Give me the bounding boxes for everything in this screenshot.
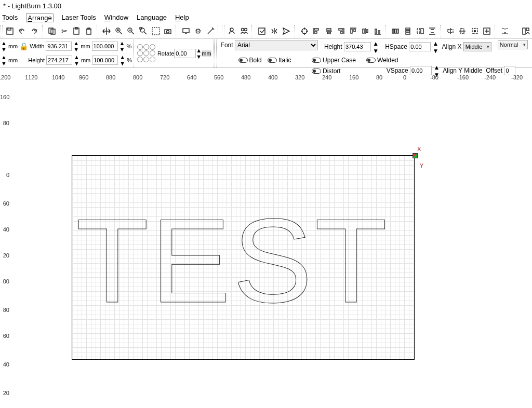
- save-icon[interactable]: [4, 25, 16, 37]
- toolbar-handle-2[interactable]: [222, 25, 224, 37]
- ypos-spinner[interactable]: ▲▼: [1, 54, 7, 66]
- menu-bar: Tools Arrange Laser Tools Window Languag…: [0, 12, 532, 24]
- aligny-select[interactable]: Middle: [464, 67, 482, 74]
- zoom-sel-icon[interactable]: [150, 25, 162, 37]
- width-pct-spinner[interactable]: ▲▼: [119, 40, 125, 52]
- align-hcenter-icon[interactable]: [360, 25, 371, 37]
- send-icon[interactable]: [281, 25, 292, 37]
- menu-language[interactable]: Language: [137, 13, 167, 22]
- pct-label: %: [126, 43, 131, 49]
- target-icon[interactable]: [299, 25, 310, 37]
- center-v-icon[interactable]: [457, 25, 468, 37]
- lock-icon[interactable]: 🔒: [19, 42, 28, 50]
- menu-arrange[interactable]: Arrange: [26, 13, 53, 22]
- alignx-select[interactable]: Middle: [463, 42, 491, 51]
- menu-tools[interactable]: Tools: [2, 13, 18, 22]
- width-spinner[interactable]: ▲▼: [73, 40, 79, 52]
- users-icon[interactable]: [238, 25, 250, 37]
- dock-close-icon[interactable]: [499, 25, 511, 37]
- align-bottom-icon[interactable]: [372, 25, 383, 37]
- user-icon[interactable]: [226, 25, 237, 37]
- ruler-v-tick: 0: [0, 172, 9, 178]
- pan-icon[interactable]: [101, 25, 113, 37]
- text-toolbar-handle[interactable]: [214, 39, 217, 67]
- dist-v-icon[interactable]: [402, 25, 414, 37]
- rotate-unit[interactable]: mm: [202, 50, 211, 57]
- anchor-grid[interactable]: [137, 44, 156, 63]
- preview-icon[interactable]: [256, 25, 268, 37]
- upper-toggle[interactable]: Upper Case: [312, 57, 356, 64]
- gear-icon[interactable]: ⚙: [192, 25, 204, 37]
- svg-point-42: [474, 31, 475, 32]
- ypos-unit[interactable]: mm: [8, 57, 18, 63]
- fontheight-spinner[interactable]: ▲▼: [373, 40, 379, 55]
- zoom-out-icon[interactable]: [126, 25, 137, 37]
- copy-icon[interactable]: [47, 25, 58, 37]
- same-height-icon[interactable]: [427, 25, 438, 37]
- center-page-icon[interactable]: [481, 25, 493, 37]
- align-vcenter-icon[interactable]: [323, 25, 335, 37]
- redo-icon[interactable]: [29, 25, 40, 37]
- align-left-icon[interactable]: [311, 25, 322, 37]
- rotate-spinner[interactable]: ▲▼: [196, 47, 202, 60]
- ruler-v-tick: 60: [0, 200, 9, 207]
- height-input[interactable]: [46, 56, 72, 65]
- svg-rect-34: [406, 28, 410, 30]
- mirror-h-icon[interactable]: [269, 25, 280, 37]
- paste-icon[interactable]: [71, 25, 83, 37]
- center-h-icon[interactable]: [445, 25, 456, 37]
- dist-h-icon[interactable]: [390, 25, 402, 37]
- ruler-v-tick: 40: [0, 226, 9, 233]
- tools-icon[interactable]: [205, 25, 216, 37]
- normal-select[interactable]: Normal: [498, 40, 528, 49]
- svg-rect-44: [523, 28, 525, 34]
- delete-icon[interactable]: [83, 25, 95, 37]
- ruler-v-tick: 20: [0, 252, 9, 259]
- monitor-icon[interactable]: [180, 25, 192, 37]
- camera-icon[interactable]: [162, 25, 174, 37]
- same-width-icon[interactable]: [415, 25, 426, 37]
- menu-window[interactable]: Window: [104, 13, 128, 22]
- zoom-in-icon[interactable]: [113, 25, 125, 37]
- cut-icon[interactable]: ✂: [59, 25, 70, 37]
- hspace-spinner[interactable]: ▲▼: [433, 40, 439, 55]
- width-input[interactable]: [46, 42, 72, 51]
- ruler-v-tick: 00: [0, 278, 9, 284]
- aligny-label: Align Y: [443, 67, 462, 74]
- xpos-spinner[interactable]: ▲▼: [1, 40, 7, 52]
- svg-rect-14: [183, 29, 189, 33]
- bold-toggle[interactable]: Bold: [238, 57, 262, 64]
- svg-point-17: [244, 29, 247, 31]
- ruler-h-tick: 1120: [25, 74, 37, 80]
- canvas-text[interactable]: TEST: [76, 201, 390, 321]
- menu-laser[interactable]: Laser Tools: [62, 13, 96, 22]
- height-spinner[interactable]: ▲▼: [74, 54, 79, 66]
- undo-icon[interactable]: [16, 25, 28, 37]
- dock-arrange-icon[interactable]: [520, 25, 531, 37]
- welded-toggle[interactable]: Welded: [366, 57, 398, 64]
- align-right-icon[interactable]: [336, 25, 347, 37]
- svg-rect-6: [87, 29, 91, 34]
- hspace-input[interactable]: [409, 42, 431, 51]
- workarea[interactable]: X Y TEST: [15, 84, 532, 406]
- height-pct-spinner[interactable]: ▲▼: [119, 54, 125, 66]
- svg-rect-26: [354, 29, 355, 32]
- width-pct-input[interactable]: [92, 42, 118, 51]
- menu-help[interactable]: Help: [175, 13, 189, 22]
- align-top-icon[interactable]: [348, 25, 359, 37]
- ruler-h-tick: 0: [403, 74, 406, 80]
- xpos-unit[interactable]: mm: [8, 43, 18, 49]
- svg-rect-33: [397, 29, 398, 33]
- move-laser-icon[interactable]: [469, 25, 481, 37]
- ruler-h-tick: 1200: [0, 74, 10, 80]
- fontheight-input[interactable]: [344, 42, 371, 51]
- rotate-input[interactable]: [174, 49, 196, 58]
- toolbar-handle[interactable]: [0, 25, 3, 37]
- height-unit[interactable]: mm: [81, 57, 90, 63]
- height-pct-input[interactable]: [92, 56, 118, 65]
- fontheight-label: Height: [324, 43, 342, 50]
- zoom-frame-icon[interactable]: [138, 25, 149, 37]
- svg-rect-23: [339, 29, 343, 30]
- font-select[interactable]: Arial: [235, 40, 318, 50]
- width-unit[interactable]: mm: [81, 43, 90, 49]
